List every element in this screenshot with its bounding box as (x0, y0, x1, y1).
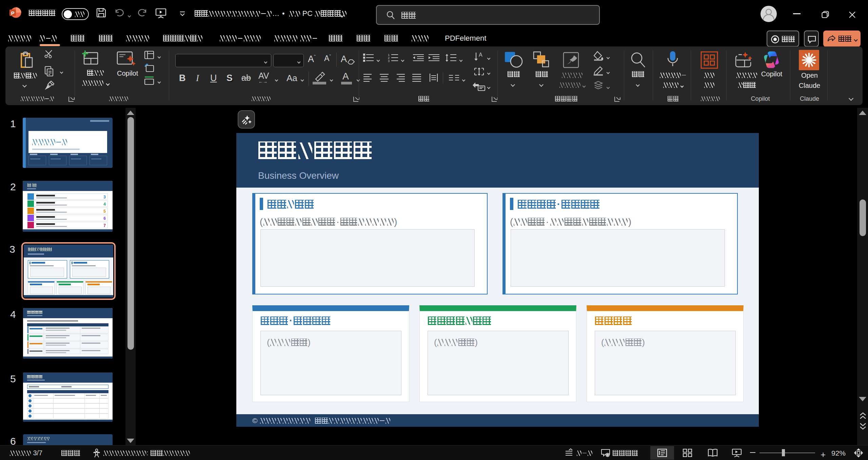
svg-text:P: P (11, 10, 14, 16)
svg-text:A: A (479, 52, 482, 58)
svg-text:3: 3 (388, 59, 390, 63)
